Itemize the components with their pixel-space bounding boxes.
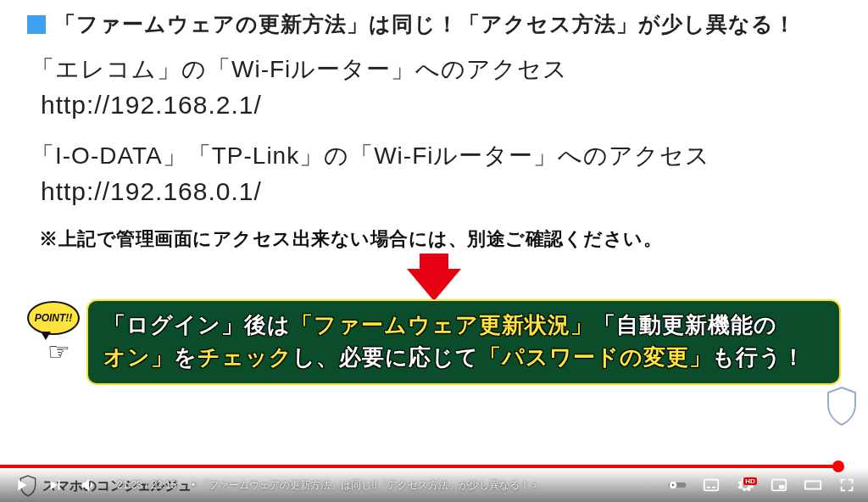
gb-login: 「ログイン」 — [103, 312, 244, 337]
time-current: 21:23 — [117, 479, 142, 491]
controls-left: 21:23 / 22:15 • 「ファームウェアの更新方法」は同じ!!「アクセス… — [12, 476, 537, 494]
svg-rect-2 — [704, 480, 719, 491]
bullet-square-icon — [27, 15, 46, 34]
gb-fwstatus: 「ファームウェア更新状況」 — [291, 312, 593, 337]
settings-button[interactable]: HD — [736, 476, 754, 494]
access-note: ※上記で管理画面にアクセス出来ない場合には、別途ご確認ください。 — [39, 226, 841, 252]
fullscreen-button[interactable] — [837, 476, 856, 494]
summary-callout: 「ログイン」後は「ファームウェア更新状況」「自動更新機能の オン」をチェックし、… — [86, 299, 841, 385]
play-button[interactable] — [12, 476, 31, 494]
time-sep: / — [142, 479, 151, 491]
miniplayer-button[interactable] — [770, 476, 788, 494]
autoplay-toggle[interactable] — [668, 476, 687, 494]
arrow-down-icon — [407, 254, 461, 301]
title-row: 「ファームウェアの更新方法」は同じ！「アクセス方法」が少し異なる！ — [27, 10, 841, 38]
controls-right: HD — [668, 476, 856, 494]
iodata-url: http://192.168.0.1/ — [41, 177, 841, 206]
gb-afterlogin: 後は — [244, 312, 291, 337]
hd-badge: HD — [743, 477, 757, 485]
channel-watermark-icon[interactable] — [824, 386, 860, 427]
elecom-url: http://192.168.2.1/ — [41, 91, 841, 120]
chevron-right-icon: › — [533, 479, 537, 491]
gb-autoupdate1: 「自動更新機能の — [593, 312, 777, 337]
slide-title: 「ファームウェアの更新方法」は同じ！「アクセス方法」が少し異なる！ — [54, 10, 796, 38]
point-badge-wrap: POINT!! ☞ — [27, 301, 86, 366]
iodata-tplink-access-label: 「I-O-DATA」「TP-Link」の「Wi-Fiルーター」へのアクセス — [31, 140, 841, 172]
svg-rect-7 — [805, 481, 821, 488]
video-slide: 「ファームウェアの更新方法」は同じ！「アクセス方法」が少し異なる！ 「エレコム」… — [0, 0, 868, 502]
chapter-dot: • — [192, 479, 195, 491]
svg-rect-4 — [712, 487, 716, 488]
captions-button[interactable] — [702, 476, 721, 494]
theater-button[interactable] — [804, 476, 822, 494]
gb-on: オン」 — [103, 344, 174, 370]
point-box-row: POINT!! ☞ 「ログイン」後は「ファームウェア更新状況」「自動更新機能の … — [27, 299, 841, 385]
point-badge-icon: POINT!! — [27, 301, 80, 335]
gb-pwchange: 「パスワードの変更」 — [479, 344, 712, 370]
timecode: 21:23 / 22:15 — [117, 479, 176, 491]
gb-wo: を — [174, 344, 198, 370]
time-total: 22:15 — [151, 479, 176, 491]
chapter-label[interactable]: • 「ファームウェアの更新方法」は同じ!!「アクセス方法」が少し異なる！ › — [192, 478, 537, 493]
pointing-hand-icon: ☞ — [31, 337, 86, 366]
gb-asneeded: し、必要に応じて — [292, 344, 479, 370]
player-controls: 21:23 / 22:15 • 「ファームウェアの更新方法」は同じ!!「アクセス… — [0, 468, 868, 502]
gb-check: チェック — [198, 344, 292, 370]
next-button[interactable] — [46, 476, 64, 494]
svg-rect-3 — [707, 487, 711, 488]
volume-button[interactable] — [80, 476, 98, 494]
arrow-down-wrap — [27, 254, 841, 301]
svg-rect-6 — [779, 485, 784, 489]
chapter-title: 「ファームウェアの更新方法」は同じ!!「アクセス方法」が少し異なる！ — [198, 478, 530, 493]
elecom-access-label: 「エレコム」の「Wi-Fiルーター」へのアクセス — [31, 53, 841, 86]
gb-doit: も行う！ — [712, 344, 805, 370]
